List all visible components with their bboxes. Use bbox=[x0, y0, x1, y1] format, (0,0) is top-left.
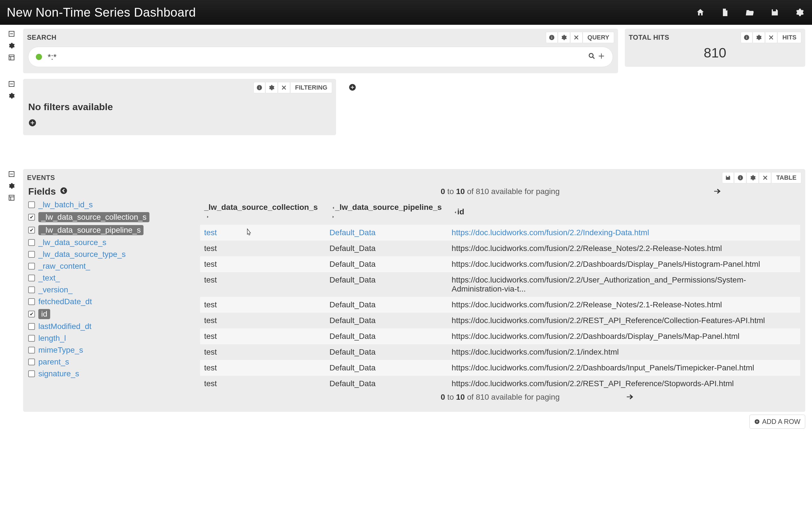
query-input[interactable] bbox=[48, 52, 582, 62]
row-settings-icon[interactable] bbox=[7, 41, 16, 50]
field-item[interactable]: _raw_content_ bbox=[28, 262, 195, 271]
panel-info-icon[interactable] bbox=[741, 32, 753, 43]
fields-heading: Fields bbox=[28, 186, 56, 197]
table-row[interactable]: testDefault_Datahttps://doc.lucidworks.c… bbox=[200, 344, 800, 360]
field-checkbox[interactable] bbox=[28, 358, 35, 365]
field-item[interactable]: length_l bbox=[28, 334, 195, 343]
panel-gear-icon[interactable] bbox=[747, 172, 759, 183]
row-settings-icon[interactable] bbox=[7, 181, 16, 190]
field-checkbox[interactable] bbox=[28, 275, 35, 281]
field-link[interactable]: _lw_batch_id_s bbox=[38, 200, 93, 209]
home-icon[interactable] bbox=[695, 7, 706, 18]
field-link[interactable]: _text_ bbox=[38, 274, 60, 283]
field-item[interactable]: _lw_data_source_type_s bbox=[28, 250, 195, 259]
field-item[interactable]: _lw_data_source_collection_s bbox=[28, 212, 195, 222]
field-item[interactable]: id bbox=[28, 309, 195, 319]
row-layout-icon[interactable] bbox=[7, 53, 16, 62]
field-item[interactable]: fetchedDate_dt bbox=[28, 297, 195, 306]
field-link[interactable]: length_l bbox=[38, 334, 66, 343]
field-link[interactable]: _lw_data_source_s bbox=[38, 238, 106, 247]
field-item[interactable]: _lw_batch_id_s bbox=[28, 200, 195, 209]
field-item[interactable]: parent_s bbox=[28, 357, 195, 367]
table-row[interactable]: testDefault_Datahttps://doc.lucidworks.c… bbox=[200, 297, 800, 313]
field-link[interactable]: _raw_content_ bbox=[38, 262, 90, 271]
table-cell: https://doc.lucidworks.com/fusion/2.2/Da… bbox=[448, 256, 800, 272]
panel-close-icon[interactable] bbox=[759, 172, 771, 183]
table-row[interactable]: testDefault_Datahttps://doc.lucidworks.c… bbox=[200, 376, 800, 392]
table-row[interactable]: testDefault_Datahttps://doc.lucidworks.c… bbox=[200, 256, 800, 272]
field-item[interactable]: _version_ bbox=[28, 285, 195, 294]
field-checkbox[interactable] bbox=[28, 202, 35, 208]
field-link[interactable]: _version_ bbox=[38, 285, 72, 294]
field-link[interactable]: _lw_data_source_type_s bbox=[38, 250, 126, 259]
field-checkbox[interactable] bbox=[28, 311, 35, 318]
field-checkbox[interactable] bbox=[28, 286, 35, 293]
field-checkbox[interactable] bbox=[28, 347, 35, 353]
row-settings-icon[interactable] bbox=[7, 91, 16, 100]
row-collapse-icon[interactable] bbox=[7, 29, 16, 38]
field-link[interactable]: parent_s bbox=[38, 357, 69, 367]
table-header[interactable]: id bbox=[448, 200, 800, 225]
field-item[interactable]: _lw_data_source_pipeline_s bbox=[28, 225, 195, 235]
add-row-button[interactable]: ADD A ROW bbox=[749, 414, 805, 429]
field-link[interactable]: _lw_data_source_collection_s bbox=[38, 212, 149, 222]
table-row[interactable]: testDefault_Datahttps://doc.lucidworks.c… bbox=[200, 272, 800, 297]
top-bar: New Non-Time Series Dashboard bbox=[0, 0, 812, 25]
panel-gear-icon[interactable] bbox=[266, 82, 278, 93]
field-checkbox[interactable] bbox=[28, 239, 35, 246]
panel-info-icon[interactable] bbox=[253, 82, 265, 93]
fields-collapse-icon[interactable] bbox=[60, 186, 68, 197]
table-row[interactable]: testDefault_Datahttps://doc.lucidworks.c… bbox=[200, 225, 800, 240]
field-link[interactable]: id bbox=[38, 309, 50, 319]
row-layout-icon[interactable] bbox=[7, 193, 16, 202]
panel-close-icon[interactable] bbox=[571, 32, 582, 43]
table-row[interactable]: testDefault_Datahttps://doc.lucidworks.c… bbox=[200, 313, 800, 328]
field-item[interactable]: signature_s bbox=[28, 369, 195, 378]
field-checkbox[interactable] bbox=[28, 214, 35, 221]
panel-gear-icon[interactable] bbox=[753, 32, 765, 43]
add-filter-icon[interactable] bbox=[28, 119, 37, 127]
field-checkbox[interactable] bbox=[28, 263, 35, 270]
field-item[interactable]: _lw_data_source_s bbox=[28, 238, 195, 247]
field-link[interactable]: lastModified_dt bbox=[38, 322, 91, 331]
field-checkbox[interactable] bbox=[28, 251, 35, 258]
field-checkbox[interactable] bbox=[28, 323, 35, 330]
field-item[interactable]: mimeType_s bbox=[28, 346, 195, 355]
field-checkbox[interactable] bbox=[28, 371, 35, 377]
open-folder-icon[interactable] bbox=[744, 7, 756, 18]
pager-next-icon[interactable] bbox=[713, 187, 721, 198]
table-row[interactable]: testDefault_Datahttps://doc.lucidworks.c… bbox=[200, 328, 800, 344]
field-link[interactable]: fetchedDate_dt bbox=[38, 297, 92, 306]
panel-info-icon[interactable] bbox=[546, 32, 558, 43]
field-checkbox[interactable] bbox=[28, 227, 35, 233]
new-file-icon[interactable] bbox=[719, 7, 731, 18]
save-icon[interactable] bbox=[769, 7, 780, 18]
add-panel-icon[interactable] bbox=[349, 83, 356, 93]
row-collapse-icon[interactable] bbox=[7, 79, 16, 89]
table-header[interactable]: _lw_data_source_collection_s bbox=[200, 200, 326, 225]
field-checkbox[interactable] bbox=[28, 335, 35, 342]
search-icon[interactable] bbox=[588, 52, 596, 62]
panel-info-icon[interactable] bbox=[734, 172, 746, 183]
table-cell: test bbox=[200, 313, 326, 328]
query-status-dot[interactable] bbox=[36, 54, 42, 60]
field-link[interactable]: _lw_data_source_pipeline_s bbox=[38, 225, 144, 235]
panel-gear-icon[interactable] bbox=[558, 32, 570, 43]
field-checkbox[interactable] bbox=[28, 298, 35, 305]
field-item[interactable]: lastModified_dt bbox=[28, 322, 195, 331]
field-link[interactable]: signature_s bbox=[38, 369, 79, 378]
panel-save-icon[interactable] bbox=[722, 172, 734, 183]
table-cell: Default_Data bbox=[326, 225, 448, 240]
pager-next-icon[interactable] bbox=[625, 393, 634, 403]
field-item[interactable]: _text_ bbox=[28, 274, 195, 283]
field-link[interactable]: mimeType_s bbox=[38, 346, 83, 355]
settings-icon[interactable] bbox=[794, 7, 805, 18]
table-header[interactable]: _lw_data_source_pipeline_s bbox=[326, 200, 448, 225]
panel-close-icon[interactable] bbox=[278, 82, 290, 93]
add-query-icon[interactable] bbox=[598, 52, 605, 62]
table-cell: test bbox=[200, 328, 326, 344]
panel-close-icon[interactable] bbox=[765, 32, 777, 43]
table-row[interactable]: testDefault_Datahttps://doc.lucidworks.c… bbox=[200, 240, 800, 256]
table-row[interactable]: testDefault_Datahttps://doc.lucidworks.c… bbox=[200, 360, 800, 376]
row-collapse-icon[interactable] bbox=[7, 170, 16, 179]
